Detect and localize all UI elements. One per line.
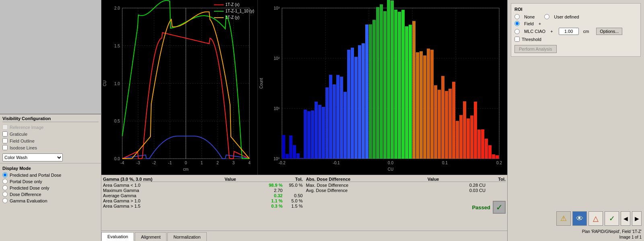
gamma-val-area-gt-1-5: 0.3 %	[259, 204, 283, 208]
check-icon-button[interactable]: ✓	[605, 211, 619, 226]
plan-info: Plan 'RAPID/GNepid', Field '1T-Z' Image …	[508, 228, 644, 241]
perform-analysis-button[interactable]: Perform Analysis	[514, 45, 557, 53]
passed-text: Passed	[472, 204, 490, 210]
mlc-unit-label: cm	[583, 29, 589, 34]
radio-predicted-only-label: Predicted Dose only	[10, 186, 49, 190]
gamma-label-max: Maximum Gamma	[103, 188, 259, 193]
nav-back-icon: ◀	[623, 215, 628, 222]
checkmark-action-icon: ✓	[609, 214, 615, 223]
gamma-tol-area-lt-1: 95.0 %	[283, 183, 303, 188]
threshold-label: Threshold	[522, 37, 541, 42]
isodose-lines-checkbox[interactable]	[2, 145, 8, 150]
graticule-checkbox[interactable]	[2, 131, 8, 137]
color-wash-select[interactable]: Color Wash Grayscale None	[2, 153, 63, 161]
left-top-image-area	[0, 0, 101, 114]
gamma-header-tol-col: Tol.	[236, 177, 303, 182]
radio-gamma-eval-label: Gamma Evaluation	[10, 198, 47, 203]
triangle-icon-button[interactable]: △	[588, 211, 603, 226]
roi-none-row: None User defined	[514, 14, 637, 19]
color-wash-dropdown-row: Color Wash Grayscale None	[2, 153, 99, 161]
gamma-tol-area-gt-1: 5.0 %	[283, 198, 303, 203]
left-panel: Visibility Configuration Reference Image…	[0, 0, 101, 241]
roi-mlc-plus: +	[550, 29, 553, 34]
tab-alignment[interactable]: Alignment	[135, 232, 167, 241]
roi-field-row: Field +	[514, 21, 637, 26]
action-icons-row: ⚠ 👁 △ ✓ ◀ ▶	[508, 209, 644, 228]
radio-predicted-only-input[interactable]	[2, 185, 8, 190]
right-top: ROI None User defined Field + MLC CIAO +	[508, 0, 644, 209]
radio-dose-diff: Dose Difference	[2, 192, 99, 197]
display-mode-section: Display Mode Predicted and Portal Dose P…	[0, 163, 101, 207]
main-layout: Visibility Configuration Reference Image…	[0, 0, 644, 241]
gamma-val-max: 2.70	[259, 188, 283, 193]
tab-normalization[interactable]: Normalization	[167, 232, 206, 241]
roi-mlc-radio[interactable]	[514, 29, 520, 34]
options-button[interactable]: Options...	[596, 28, 622, 35]
passed-check-icon: ✓	[493, 201, 506, 214]
dose-row-max: Max. Dose Difference 0.28 CU	[306, 183, 506, 188]
roi-user-defined-radio[interactable]	[544, 14, 549, 19]
graticule-label: Graticule	[10, 132, 27, 137]
graticule-checkbox-row: Graticule	[2, 131, 99, 137]
gamma-header-row: Gamma (3.0 %, 3.0 mm) Value Tol.	[103, 177, 303, 182]
reference-image-checkbox-row: Reference Image	[2, 125, 99, 130]
legend-line-green	[214, 11, 224, 12]
field-outline-label: Field Outline	[10, 139, 35, 143]
roi-field-plus: +	[539, 21, 541, 26]
gamma-table-wrap: Gamma (3.0 %, 3.0 mm) Value Tol. Area Ga…	[103, 177, 303, 229]
gamma-label-area-gt-1: Area Gamma > 1.0	[103, 198, 259, 203]
gamma-val-avg: 0.32	[259, 193, 283, 198]
gamma-label-avg: Average Gamma	[103, 193, 259, 198]
legend-label-1t-z-1-1-10-y: 1T-Z-1_1_10 (y)	[225, 8, 254, 14]
radio-portal-only-input[interactable]	[2, 179, 8, 184]
bottom-stats: Gamma (3.0 %, 3.0 mm) Value Tol. Area Ga…	[101, 175, 507, 241]
nav-forward-button[interactable]: ▶	[632, 211, 642, 226]
display-mode-title: Display Mode	[2, 166, 99, 171]
dose-header-value-col: Value	[372, 177, 439, 182]
warning-icon-button[interactable]: ⚠	[556, 211, 571, 226]
gamma-header-value-col: Value	[170, 177, 237, 182]
visibility-config-title: Visibility Configuration	[2, 116, 99, 122]
field-outline-checkbox[interactable]	[2, 138, 8, 143]
gamma-row-area-gt-1: Area Gamma > 1.0 1.1 % 5.0 %	[103, 198, 303, 203]
tab-evaluation-label: Evaluation	[107, 234, 128, 239]
chart-legend: 1T-Z (x) 1T-Z-1_1_10 (y) 1T-Z (y)	[214, 2, 254, 21]
threshold-checkbox[interactable]	[514, 37, 520, 42]
triangle-icon: △	[593, 214, 599, 223]
eye-icon-button[interactable]: 👁	[572, 211, 587, 226]
nav-forward-icon: ▶	[635, 215, 639, 222]
dose-table-wrap: Abs. Dose Difference Value Tol. Max. Dos…	[303, 177, 506, 229]
warning-icon: ⚠	[560, 214, 567, 223]
radio-gamma-eval-input[interactable]	[2, 198, 8, 203]
roi-none-radio[interactable]	[514, 14, 520, 19]
gamma-tol-avg: 0.50	[283, 193, 303, 198]
eye-icon: 👁	[576, 214, 583, 223]
gamma-row-area-lt-1: Area Gamma < 1.0 98.9 % 95.0 %	[103, 183, 303, 188]
nav-back-button[interactable]: ◀	[621, 211, 630, 226]
radio-dose-diff-input[interactable]	[2, 192, 8, 197]
roi-field-radio[interactable]	[514, 21, 520, 26]
gamma-val-area-lt-1: 98.9 %	[259, 183, 283, 188]
dose-label-avg: Avg. Dose Difference	[306, 188, 462, 193]
reference-image-checkbox[interactable]	[2, 125, 8, 130]
tab-evaluation[interactable]: Evaluation	[101, 232, 134, 241]
dose-header-title: Abs. Dose Difference	[306, 177, 373, 182]
mlc-value-input[interactable]	[559, 28, 579, 35]
gamma-label-area-lt-1: Area Gamma < 1.0	[103, 183, 259, 188]
right-panel: ROI None User defined Field + MLC CIAO +	[507, 0, 644, 241]
dose-header-tol-col: Tol.	[439, 177, 506, 182]
roi-field-label: Field	[524, 21, 534, 26]
field-outline-checkbox-row: Field Outline	[2, 138, 99, 143]
isodose-lines-label: Isodose Lines	[10, 145, 37, 150]
radio-predicted-portal-input[interactable]	[2, 172, 8, 178]
legend-item-1t-z-y: 1T-Z (y)	[214, 14, 254, 21]
gamma-row-avg: Average Gamma 0.32 0.50	[103, 193, 303, 198]
roi-mlc-row: MLC CIAO + cm Options...	[514, 28, 637, 35]
checkmark-icon: ✓	[496, 202, 503, 212]
radio-predicted-only: Predicted Dose only	[2, 185, 99, 190]
center-panel: 1T-Z (x) 1T-Z-1_1_10 (y) 1T-Z (y)	[101, 0, 507, 241]
gamma-label-area-gt-1-5: Area Gamma > 1.5	[103, 204, 259, 208]
dose-val-max: 0.28 CU	[461, 183, 486, 188]
radio-predicted-portal-label: Predicted and Portal Dose	[10, 173, 61, 178]
isodose-lines-checkbox-row: Isodose Lines	[2, 145, 99, 150]
